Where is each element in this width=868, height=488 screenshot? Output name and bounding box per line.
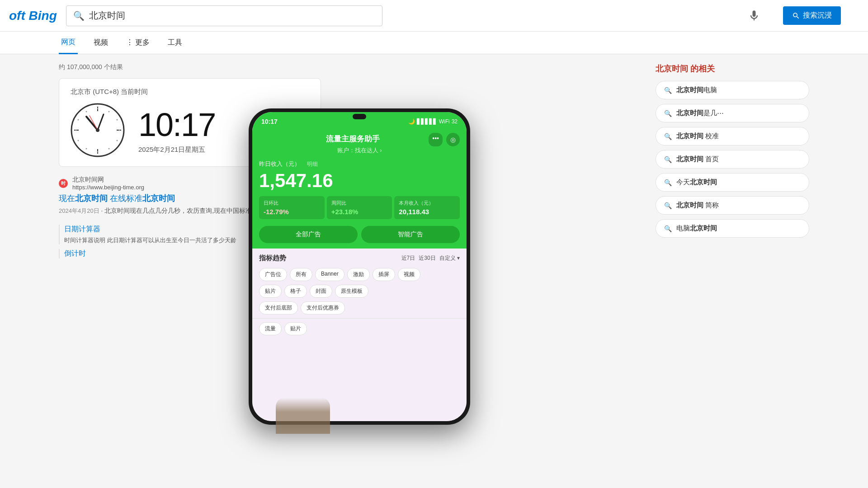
result-url: https://www.beijing-time.org bbox=[72, 184, 144, 191]
related-item-2[interactable]: 🔍 北京时间 校准 bbox=[656, 127, 809, 145]
wifi-icon: WiFi bbox=[439, 118, 450, 125]
tab-tools[interactable]: 工具 bbox=[165, 32, 184, 54]
search-button[interactable]: 搜索沉浸 bbox=[783, 6, 841, 25]
related-item-1[interactable]: 🔍 北京时间是几⋯ bbox=[656, 104, 809, 122]
phone-body: 10:17 🌙 ▋▋▋▋▋ WiFi 32 流量主服务助手 bbox=[249, 108, 470, 425]
svg-point-10 bbox=[108, 148, 110, 150]
stat-monthly: 本月收入（元） 20,118.43 bbox=[394, 196, 460, 219]
search-bar[interactable]: 🔍 北京时间 bbox=[66, 5, 382, 26]
svg-point-20 bbox=[96, 128, 99, 132]
tag-all[interactable]: 所有 bbox=[290, 268, 312, 281]
filter-custom[interactable]: 自定义 ▾ bbox=[439, 254, 460, 262]
related-search-icon-1: 🔍 bbox=[664, 110, 672, 117]
related-item-label-6: 电脑北京时间 bbox=[676, 224, 717, 233]
tag-cover[interactable]: 封面 bbox=[310, 285, 332, 298]
search-btn-label: 搜索沉浸 bbox=[803, 11, 832, 20]
phone-section-header: 指标趋势 近7日 近30日 自定义 ▾ bbox=[259, 254, 460, 263]
phone-stats: 日环比 -12.79% 周同比 +23.18% 本月收入（元） 20,118.4… bbox=[259, 196, 460, 219]
svg-point-9 bbox=[117, 140, 118, 141]
tag-video[interactable]: 视频 bbox=[398, 268, 420, 281]
moon-icon: 🌙 bbox=[408, 118, 415, 125]
related-search-icon-4: 🔍 bbox=[664, 179, 672, 186]
related-item-label-4: 今天北京时间 bbox=[676, 178, 717, 187]
svg-point-12 bbox=[86, 148, 87, 150]
related-item-label-0: 北京时间电脑 bbox=[676, 86, 717, 94]
tags-row-3: 支付后底部 支付后优惠券 bbox=[259, 301, 460, 314]
phone-notch bbox=[353, 114, 366, 119]
related-search-icon-5: 🔍 bbox=[664, 202, 672, 209]
time-info: 10:17 2025年2月21日星期五 bbox=[138, 106, 215, 154]
search-icon: 🔍 bbox=[73, 10, 85, 21]
stat-daily: 日环比 -12.79% bbox=[259, 196, 325, 219]
smart-ads-btn[interactable]: 智能广告 bbox=[361, 226, 460, 243]
tag-sticker[interactable]: 贴片 bbox=[284, 322, 307, 335]
phone-app-header: 流量主服务助手 ••• ◎ 账户：找在达人 › 昨日收入（元） 明细 1,547… bbox=[252, 128, 467, 226]
phone-action-btns: 全部广告 智能广告 bbox=[252, 226, 467, 249]
tab-more[interactable]: ⋮ 更多 bbox=[124, 32, 152, 54]
tag-native[interactable]: 原生模板 bbox=[335, 285, 368, 298]
related-search-icon-0: 🔍 bbox=[664, 87, 672, 94]
nav-tabs: 网页 视频 ⋮ 更多 工具 bbox=[0, 32, 868, 54]
stat-weekly-label: 周同比 bbox=[331, 200, 388, 206]
svg-point-6 bbox=[108, 111, 110, 113]
related-item-3[interactable]: 🔍 北京时间 首页 bbox=[656, 150, 809, 169]
right-column: 北京时间 的相关 🔍 北京时间电脑 🔍 北京时间是几⋯ 🔍 北京时间 校准 🔍 … bbox=[656, 63, 809, 261]
related-item-4[interactable]: 🔍 今天北京时间 bbox=[656, 173, 809, 192]
related-item-label-5: 北京时间 简称 bbox=[676, 201, 719, 210]
favicon: 时 bbox=[59, 179, 68, 188]
related-title-text: 北京时间 的相关 bbox=[656, 64, 715, 73]
hand-decoration bbox=[276, 398, 330, 434]
svg-point-5 bbox=[97, 108, 99, 109]
tag-patch[interactable]: 贴片 bbox=[259, 285, 282, 298]
target-icon[interactable]: ◎ bbox=[446, 133, 460, 146]
filter-7days[interactable]: 近7日 bbox=[401, 254, 415, 262]
mic-button[interactable] bbox=[748, 9, 760, 22]
stat-daily-value: -12.79% bbox=[264, 208, 320, 216]
tag-traffic[interactable]: 流量 bbox=[259, 322, 282, 335]
all-ads-btn[interactable]: 全部广告 bbox=[259, 226, 358, 243]
search-input[interactable]: 北京时间 bbox=[89, 9, 375, 22]
phone-status-bar: 10:17 🌙 ▋▋▋▋▋ WiFi 32 bbox=[252, 112, 467, 128]
related-item-label-1: 北京时间是几⋯ bbox=[676, 109, 724, 117]
result-count: 约 107,000,000 个结果 bbox=[59, 63, 321, 71]
time-filters: 近7日 近30日 自定义 ▾ bbox=[401, 254, 460, 262]
phone-overlay: 10:17 🌙 ▋▋▋▋▋ WiFi 32 流量主服务助手 bbox=[240, 108, 479, 434]
related-item-0[interactable]: 🔍 北京时间电脑 bbox=[656, 81, 809, 99]
stat-monthly-value: 20,118.43 bbox=[399, 208, 455, 216]
tab-webpage[interactable]: 网页 bbox=[59, 32, 78, 54]
tags-row-4: 流量 贴片 bbox=[259, 322, 460, 335]
stat-monthly-label: 本月收入（元） bbox=[399, 200, 455, 206]
related-search-icon-6: 🔍 bbox=[664, 225, 672, 232]
tag-adslot[interactable]: 广告位 bbox=[259, 268, 287, 281]
earnings-label: 昨日收入（元） bbox=[259, 160, 300, 168]
tags-row-1: 广告位 所有 Banner 激励 插屏 视频 bbox=[259, 268, 460, 281]
related-search-icon-3: 🔍 bbox=[664, 156, 672, 163]
signal-icon: ▋▋▋▋▋ bbox=[417, 118, 437, 125]
tag-banner[interactable]: Banner bbox=[315, 268, 344, 281]
related-item-label-2: 北京时间 校准 bbox=[676, 132, 719, 141]
tab-video[interactable]: 视频 bbox=[91, 32, 110, 54]
phone-screen: 10:17 🌙 ▋▋▋▋▋ WiFi 32 流量主服务助手 bbox=[252, 112, 467, 421]
svg-point-8 bbox=[119, 130, 120, 131]
filter-30days[interactable]: 近30日 bbox=[419, 254, 435, 262]
related-item-6[interactable]: 🔍 电脑北京时间 bbox=[656, 219, 809, 238]
highlight-1: 北京时间 bbox=[75, 194, 108, 203]
stat-daily-label: 日环比 bbox=[264, 200, 320, 206]
more-btn[interactable]: ••• bbox=[429, 133, 443, 146]
tag-pay-coupon[interactable]: 支付后优惠券 bbox=[301, 301, 345, 314]
domain-name: 北京时间网 bbox=[72, 176, 144, 184]
tag-grid[interactable]: 格子 bbox=[284, 285, 307, 298]
tag-interstitial[interactable]: 插屏 bbox=[373, 268, 395, 281]
related-item-5[interactable]: 🔍 北京时间 简称 bbox=[656, 196, 809, 215]
bing-logo: oft Bing bbox=[9, 9, 57, 23]
analog-clock bbox=[71, 103, 125, 157]
related-title: 北京时间 的相关 bbox=[656, 63, 809, 74]
stat-weekly-value: +23.18% bbox=[331, 208, 388, 216]
related-item-label-3: 北京时间 首页 bbox=[676, 155, 719, 164]
result-domain-info: 北京时间网 https://www.beijing-time.org bbox=[72, 176, 144, 191]
tag-pay-bottom[interactable]: 支付后底部 bbox=[259, 301, 298, 314]
svg-point-7 bbox=[117, 119, 118, 121]
main-content: 约 107,000,000 个结果 北京市 (UTC+8) 当前时间 bbox=[0, 54, 868, 270]
tag-incentive[interactable]: 激励 bbox=[347, 268, 370, 281]
time-widget-title: 北京市 (UTC+8) 当前时间 bbox=[71, 88, 309, 96]
